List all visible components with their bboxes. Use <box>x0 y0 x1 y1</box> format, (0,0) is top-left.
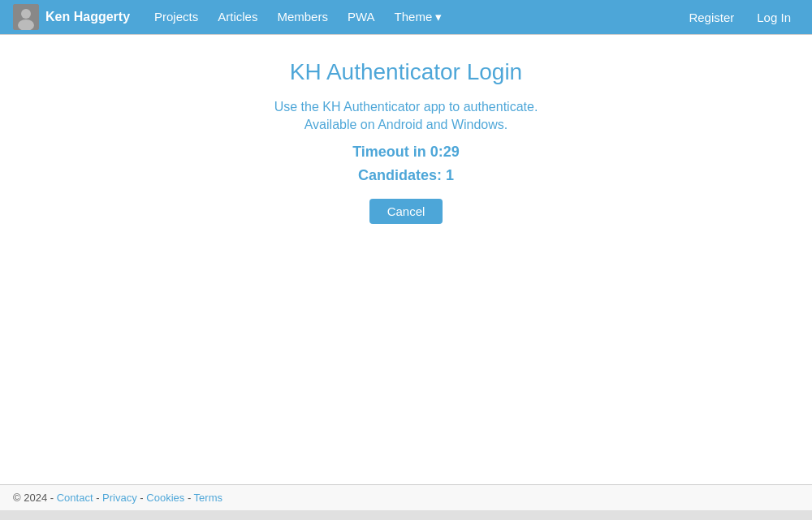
timeout-text: Timeout in 0:29 <box>352 144 460 161</box>
register-button[interactable]: Register <box>680 7 742 28</box>
nav-right: Register Log In <box>680 7 799 28</box>
contact-link[interactable]: Contact <box>57 492 93 504</box>
copyright: © 2024 - <box>13 492 54 504</box>
subtitle1: Use the KH Authenticator app to authenti… <box>274 100 538 114</box>
brand-link[interactable]: Ken Haggerty <box>13 4 130 30</box>
terms-link[interactable]: Terms <box>194 492 222 504</box>
nav-links: Projects Articles Members PWA Theme ▾ <box>146 6 680 28</box>
svg-point-1 <box>21 9 31 19</box>
nav-item-projects[interactable]: Projects <box>146 6 206 28</box>
nav-item-theme[interactable]: Theme ▾ <box>387 6 451 28</box>
nav-item-pwa[interactable]: PWA <box>339 6 383 28</box>
page-title: KH Authenticator Login <box>290 59 522 85</box>
candidates-text: Candidates: 1 <box>358 167 454 184</box>
login-button[interactable]: Log In <box>749 7 799 28</box>
brand-name: Ken Haggerty <box>45 10 130 24</box>
main-content: KH Authenticator Login Use the KH Authen… <box>0 35 812 484</box>
cookies-link[interactable]: Cookies <box>146 492 184 504</box>
nav-item-articles[interactable]: Articles <box>209 6 266 28</box>
scrollbar-area[interactable] <box>0 510 812 520</box>
subtitle2: Available on Android and Windows. <box>304 118 508 132</box>
footer: © 2024 - Contact - Privacy - Cookies - T… <box>0 485 812 510</box>
navbar: Ken Haggerty Projects Articles Members P… <box>0 0 812 34</box>
privacy-link[interactable]: Privacy <box>102 492 137 504</box>
avatar <box>13 4 39 30</box>
nav-item-members[interactable]: Members <box>269 6 336 28</box>
cancel-button[interactable]: Cancel <box>369 199 443 224</box>
